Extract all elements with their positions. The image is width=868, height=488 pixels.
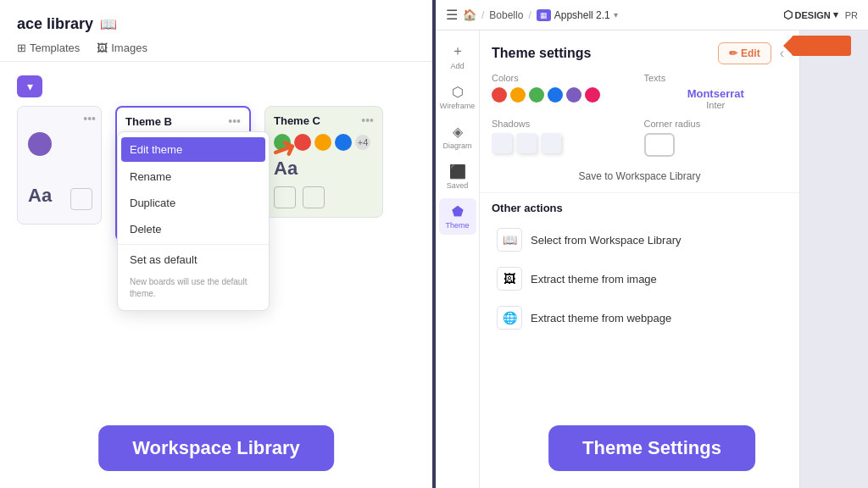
theme-c-square2: [303, 186, 325, 208]
sidebar-item-diagram[interactable]: ◈ Diagram: [439, 119, 476, 155]
colors-section: Colors: [492, 73, 636, 110]
extract-image-icon: 🖼: [497, 267, 522, 291]
theme-panel-header: Theme settings ✏ Edit ‹: [480, 30, 799, 73]
sidebar-item-add[interactable]: ＋ Add: [439, 37, 476, 75]
dropdown-button[interactable]: ▾: [17, 75, 42, 97]
save-to-library-button[interactable]: Save to Workspace Library: [480, 165, 799, 192]
design-label: DESIGN: [795, 10, 831, 20]
design-mode-btn[interactable]: ⬡ DESIGN ▾: [783, 8, 838, 21]
left-panel: ace library 📖 ⊞ Templates 🖼 Images ▾ •••…: [0, 0, 432, 488]
workspace-breadcrumb[interactable]: Bobello: [489, 9, 523, 21]
sidebar-item-theme[interactable]: ⬟ Theme: [439, 198, 476, 235]
theme-panel: Theme settings ✏ Edit ‹ Colors: [480, 30, 800, 488]
color-swatches: [492, 87, 636, 103]
font-display: Montserrat Inter: [644, 87, 788, 110]
other-actions-section: Other actions 📖 Select from Workspace Li…: [480, 192, 799, 347]
top-bar: ☰ 🏠 / Bobello / ▦ Appshell 2.1 ▾ ⬡ DESIG…: [436, 0, 868, 30]
saved-icon: ⬛: [449, 164, 466, 180]
app-name: Appshell 2.1: [554, 9, 610, 21]
theme-c-menu-icon[interactable]: •••: [361, 114, 374, 127]
right-main: ＋ Add ⬡ Wireframe ◈ Diagram ⬛ Saved ⬟ Th…: [436, 30, 868, 488]
extract-image-label: Extract theme from image: [531, 273, 657, 286]
design-chevron-icon: ▾: [833, 9, 838, 20]
corner-radius-label: Corner radius: [644, 119, 788, 129]
breadcrumb-chevron-icon[interactable]: ▾: [614, 10, 618, 19]
sidebar-item-saved-label: Saved: [447, 181, 469, 190]
blank-card-square: [70, 188, 92, 210]
app-icon: ▦: [537, 9, 551, 21]
theme-icon: ⬟: [452, 203, 464, 219]
tab-templates[interactable]: ⊞ Templates: [17, 42, 80, 61]
theme-properties-grid: Colors Texts Montserrat Inte: [480, 73, 799, 165]
font-primary-name: Montserrat: [644, 87, 788, 100]
icon-sidebar: ＋ Add ⬡ Wireframe ◈ Diagram ⬛ Saved ⬟ Th…: [436, 30, 480, 488]
blank-card-menu-icon[interactable]: •••: [83, 112, 96, 125]
home-icon[interactable]: 🏠: [463, 8, 476, 21]
c-color-blue: [335, 134, 352, 151]
context-menu-divider: [118, 244, 269, 245]
app-name-badge: ▦ Appshell 2.1 ▾: [537, 9, 618, 21]
context-menu-duplicate[interactable]: Duplicate: [118, 190, 269, 216]
theme-b-header: Theme B •••: [117, 108, 249, 131]
theme-cards-area: ••• Aa Theme B ••• Edit theme Rename Dup…: [0, 106, 432, 241]
context-menu-delete[interactable]: Delete: [118, 216, 269, 242]
swatch-red: [492, 87, 507, 103]
tab-images[interactable]: 🖼 Images: [97, 42, 147, 61]
extract-webpage-icon: 🌐: [497, 306, 522, 330]
sidebar-item-theme-label: Theme: [445, 221, 469, 230]
extract-from-image-action[interactable]: 🖼 Extract theme from image: [492, 260, 787, 297]
c-color-plus: +4: [355, 135, 370, 150]
texts-label: Texts: [644, 73, 788, 83]
diagram-icon: ◈: [453, 124, 463, 140]
c-color-orange: [314, 134, 331, 151]
right-gray-area: [800, 30, 868, 488]
theme-settings-label: Theme Settings: [548, 425, 755, 471]
theme-c-header: Theme C •••: [265, 107, 382, 130]
shadow-box-3: [541, 133, 561, 153]
context-menu-note: New boards will use the default theme.: [118, 273, 269, 307]
extract-webpage-label: Extract theme from webpage: [531, 312, 671, 324]
context-menu-set-default[interactable]: Set as default: [118, 247, 269, 273]
corner-radius-section: Corner radius: [644, 119, 788, 157]
design-icon: ⬡: [783, 8, 793, 21]
blank-card-aa: Aa: [28, 185, 52, 207]
select-library-icon: 📖: [497, 228, 522, 252]
theme-card-blank[interactable]: ••• Aa: [17, 106, 102, 225]
context-menu-rename[interactable]: Rename: [118, 164, 269, 190]
hamburger-icon[interactable]: ☰: [446, 7, 458, 23]
library-title: ace library: [17, 15, 93, 33]
theme-c-bottom: [265, 183, 382, 217]
swatch-green: [529, 87, 544, 103]
swatch-purple: [566, 87, 581, 103]
colors-label: Colors: [492, 73, 636, 83]
select-library-label: Select from Workspace Library: [531, 234, 682, 247]
sidebar-item-wireframe-label: Wireframe: [440, 102, 476, 110]
theme-b-menu-icon[interactable]: •••: [228, 114, 241, 128]
left-header: ace library 📖: [0, 0, 432, 42]
corner-radius-box: [644, 133, 675, 157]
swatch-blue: [548, 87, 563, 103]
sidebar-item-saved[interactable]: ⬛ Saved: [439, 158, 476, 195]
select-from-library-action[interactable]: 📖 Select from Workspace Library: [492, 221, 787, 258]
left-tabs: ⊞ Templates 🖼 Images: [0, 42, 432, 62]
edit-pencil-icon: ✏: [729, 47, 737, 59]
arrow-shape-right: [792, 36, 851, 56]
wireframe-icon: ⬡: [452, 84, 464, 100]
right-panel: ☰ 🏠 / Bobello / ▦ Appshell 2.1 ▾ ⬡ DESIG…: [436, 0, 868, 488]
top-bar-right: ⬡ DESIGN ▾ PR: [783, 8, 858, 21]
context-menu-edit-theme[interactable]: Edit theme: [121, 137, 265, 162]
edit-theme-button[interactable]: ✏ Edit: [718, 42, 771, 64]
theme-card-b[interactable]: Theme B ••• Edit theme Rename Duplicate …: [115, 106, 251, 241]
workspace-library-label: Workspace Library: [98, 425, 334, 471]
images-icon: 🖼: [97, 42, 108, 54]
swatch-orange: [510, 87, 526, 103]
font-secondary-name: Inter: [644, 100, 788, 110]
arrow-head-right: [783, 36, 793, 56]
pr-label[interactable]: PR: [845, 10, 858, 20]
sidebar-item-wireframe[interactable]: ⬡ Wireframe: [439, 79, 476, 115]
extract-from-webpage-action[interactable]: 🌐 Extract theme from webpage: [492, 299, 787, 336]
arrow-annotation-right: [792, 36, 851, 56]
shadows-section: Shadows: [492, 119, 636, 157]
sidebar-item-diagram-label: Diagram: [442, 141, 471, 150]
breadcrumb: ☰ 🏠 / Bobello / ▦ Appshell 2.1 ▾: [446, 7, 618, 23]
